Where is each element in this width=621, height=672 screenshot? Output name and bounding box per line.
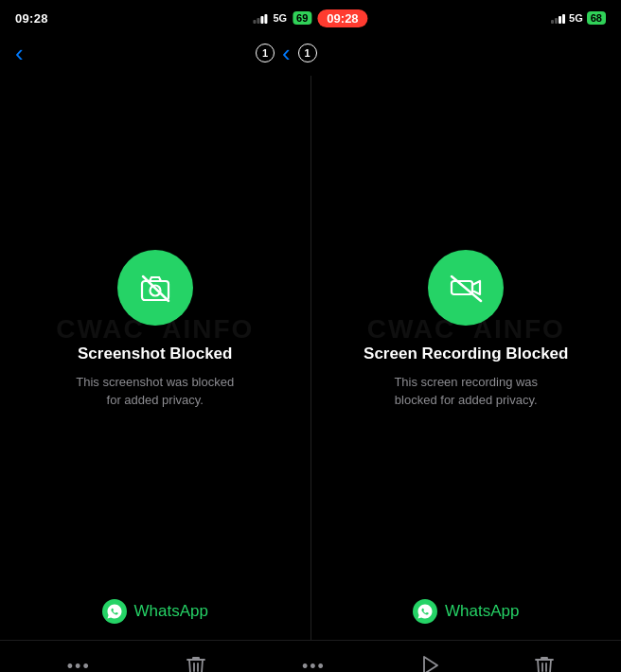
whatsapp-icon-right	[413, 599, 437, 624]
status-time-center: 09:28	[317, 9, 367, 27]
whatsapp-icon-left	[102, 599, 127, 624]
back-button-left[interactable]: ‹	[15, 39, 24, 68]
recording-blocked-icon	[428, 250, 504, 326]
recording-blocked-pane: CWAC AINFO Screen Recording Blocked This…	[311, 76, 622, 583]
main-content: CWAC AINFO Screenshot Blocked This scree…	[0, 76, 621, 583]
battery-badge-right: 68	[587, 11, 606, 25]
toolbar-trash-2[interactable]	[520, 651, 569, 673]
video-off-icon	[447, 269, 485, 307]
recording-blocked-desc: This screen recording was blocked for ad…	[381, 373, 551, 410]
recording-blocked-title: Screen Recording Blocked	[364, 345, 568, 363]
status-center: 5G 69 09:28	[253, 9, 367, 27]
signal-icon-left	[253, 12, 267, 24]
status-bar: 09:28 5G 69 09:28 5G 68	[0, 0, 621, 34]
signal-icon-right	[551, 12, 565, 24]
screenshot-blocked-pane: CWAC AINFO Screenshot Blocked This scree…	[0, 76, 310, 583]
camera-off-icon	[136, 269, 174, 307]
back-button-right[interactable]: ‹	[282, 39, 291, 68]
screenshot-blocked-desc: This screenshot was blocked for added pr…	[70, 373, 240, 410]
toolbar-dots-2[interactable]: •••	[287, 653, 341, 672]
whatsapp-label-right: WhatsApp	[445, 602, 519, 621]
toolbar-dots-1[interactable]: •••	[52, 653, 106, 672]
whatsapp-label-left: WhatsApp	[134, 602, 208, 621]
screenshot-blocked-icon	[117, 250, 193, 326]
status-time-left: 09:28	[15, 11, 72, 26]
network-label-right: 5G	[569, 12, 583, 24]
status-right: 5G 68	[549, 11, 606, 25]
battery-badge-center: 69	[293, 11, 311, 25]
whatsapp-brand-left: WhatsApp	[0, 583, 310, 640]
nav-badge-right: 1	[298, 44, 317, 62]
nav-center: 1 ‹ 1	[256, 39, 317, 68]
toolbar-trash-1[interactable]	[171, 651, 221, 673]
toolbar-play[interactable]	[407, 651, 454, 673]
nav-bar: ‹ 1 ‹ 1	[0, 34, 621, 76]
network-label-center: 5G	[273, 12, 287, 24]
whatsapp-brand-right: WhatsApp	[311, 583, 622, 640]
nav-badge-left: 1	[256, 44, 275, 62]
svg-line-4	[452, 276, 481, 301]
screenshot-blocked-title: Screenshot Blocked	[78, 345, 232, 363]
svg-line-2	[143, 276, 169, 301]
bottom-toolbar: ••• •••	[0, 640, 621, 672]
whatsapp-footer: WhatsApp WhatsApp	[0, 583, 621, 640]
